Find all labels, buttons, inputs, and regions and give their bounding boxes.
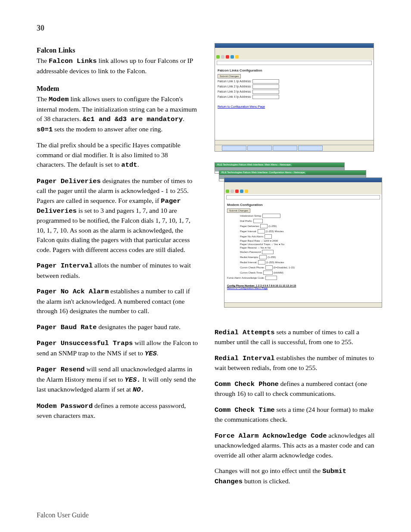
back-icon <box>216 55 220 59</box>
form-row: Pager Deliveries: (1-255) <box>240 224 379 228</box>
mono-text: atdt <box>121 161 137 169</box>
ip-field[interactable] <box>252 90 279 94</box>
submit-changes-button[interactable]: Submit Changes <box>227 208 250 213</box>
modem-p3: Pager Deliveries designates the number o… <box>37 176 198 255</box>
text-field[interactable] <box>253 219 263 223</box>
home-icon <box>235 55 239 59</box>
label: Comm Check Time: <box>240 271 263 274</box>
mono-text: Comm Check Phone <box>215 380 279 388</box>
ie-title-bar <box>224 178 382 182</box>
ie-toolbar <box>224 188 382 194</box>
monoi-text: YES <box>145 350 157 358</box>
home-icon <box>245 190 248 193</box>
text-field[interactable] <box>262 214 280 218</box>
return-link[interactable]: Return to Configuration Menu Page <box>227 287 379 289</box>
ip-field[interactable] <box>252 95 279 99</box>
stop-icon <box>226 55 229 59</box>
label: Pager No Ack Alarm: <box>240 235 264 238</box>
label: Modem Password: <box>240 251 262 253</box>
label: Redial Interval: <box>240 261 257 264</box>
label: Falcon Link 2 Ip Address: <box>218 85 252 88</box>
falcon-links-heading: Falcon Links <box>37 45 198 55</box>
text: button is clicked. <box>243 477 290 485</box>
text-field[interactable] <box>258 260 265 264</box>
text-field[interactable] <box>265 234 272 239</box>
page-content: Modem Configuration Submit Changes Initi… <box>224 200 382 292</box>
modem-p5: Pager No Ack Alarm establishes a number … <box>37 286 198 316</box>
text: . <box>157 349 159 357</box>
right-p3: Comm Check Phone defines a numbered cont… <box>215 379 376 399</box>
page-heading: Modem Configuration <box>227 203 379 207</box>
window-title: RLE Technologies Falcon Web Interface: M… <box>216 163 292 166</box>
label: Pager Baud Rate: <box>240 240 261 242</box>
form-row: Pager Unsuccessful Traps: ○ Yes ● No <box>240 243 379 246</box>
form-row: Pager Baud Rate: ○ 1200 ● 2400 <box>240 240 379 242</box>
modem-p7: Pager Unsuccessful Traps will allow the … <box>37 338 198 358</box>
screenshot-falcon-links: Falcon Links Configuration Submit Change… <box>215 43 374 152</box>
address-bar <box>217 61 372 65</box>
ip-field[interactable] <box>252 79 279 84</box>
text-field[interactable] <box>260 224 268 228</box>
mono-text: Falcon Links <box>49 57 97 65</box>
text-field[interactable] <box>263 271 273 275</box>
mono-text: &c1 and &d3 are mandatory <box>83 115 183 123</box>
ip-field[interactable] <box>252 84 279 89</box>
right-p1: Redial Attempts sets a number of times t… <box>215 327 376 347</box>
form-row: Redial Attempts: (1-255) <box>240 255 379 259</box>
mono-text: Pager Baud Rate <box>37 324 97 331</box>
ie-window-modem: Modem Configuration Submit Changes Initi… <box>224 177 382 308</box>
return-link[interactable]: Return to Configuration Menu Page <box>218 105 371 108</box>
back-icon <box>226 190 229 193</box>
status-bar <box>224 302 382 307</box>
task-item[interactable] <box>298 146 323 151</box>
text: The dial prefix should be a specific Hay… <box>37 141 181 168</box>
form-row: Pager Interval: (1-255) Minutes <box>240 229 379 233</box>
forward-icon <box>230 190 234 193</box>
page-content: Falcon Links Configuration Submit Change… <box>215 66 374 111</box>
mono-text: Pager No Ack Alarm <box>37 288 109 296</box>
mono-text: Redial Attempts <box>215 329 275 336</box>
text: Changes will not go into effect until th… <box>215 467 322 474</box>
monoi-text: NO. <box>133 386 145 394</box>
submit-changes-button[interactable]: Submit Changes <box>218 74 241 78</box>
task-item[interactable] <box>222 146 246 151</box>
text: The <box>37 57 49 64</box>
mono-text: Force Alarm Acknowledge Code <box>215 432 327 440</box>
label: Comm Check Phone: <box>240 266 265 269</box>
text: designates the pager baud rate. <box>97 323 181 330</box>
text-field[interactable] <box>258 229 265 233</box>
modem-p2: The dial prefix should be a specific Hay… <box>37 140 198 170</box>
stop-icon <box>235 190 239 193</box>
right-p4: Comm Check Time sets a time (24 hour for… <box>215 405 376 425</box>
mono-text: Comm Check Time <box>215 406 275 414</box>
taskbar <box>215 145 374 151</box>
task-item[interactable] <box>273 146 297 151</box>
footer: Falcon User Guide <box>37 511 89 519</box>
falcon-link-row: Falcon Link 3 Ip Address: <box>218 90 371 94</box>
monoi-text: YES. <box>125 376 140 384</box>
form-row: Pager No Ack Alarm: <box>240 234 379 239</box>
hint: (1-255) <box>268 256 276 258</box>
falcon-link-row: Falcon Link 1 Ip Address: <box>218 79 371 84</box>
text: . <box>137 161 139 168</box>
falcon-links-para: The Falcon Links link allows up to four … <box>37 56 198 76</box>
modem-p9: Modem Password defines a remote access p… <box>37 401 198 421</box>
page-number: 30 <box>37 24 44 33</box>
label: Initialization String: <box>240 215 262 217</box>
right-p2: Redial Interval establishes the number o… <box>215 353 376 373</box>
text-field[interactable] <box>262 250 274 254</box>
figures: Falcon Links Configuration Submit Change… <box>215 43 374 311</box>
label: Pager Deliveries: <box>240 225 260 227</box>
text-field[interactable] <box>259 255 267 259</box>
refresh-icon <box>240 190 243 193</box>
falcon-link-row: Falcon Link 2 Ip Address: <box>218 84 371 89</box>
text-field[interactable] <box>265 265 273 270</box>
form-row: Pager Resend: ○ Yes ● No <box>240 246 379 249</box>
modem-p4: Pager Interval allots the number of minu… <box>37 261 198 280</box>
right-p6: Changes will not go into effect until th… <box>215 466 376 486</box>
label: Dial Prefix: <box>240 220 252 222</box>
text-field[interactable] <box>265 276 277 280</box>
form-row: Comm Check Time: (HHMM) <box>240 271 379 275</box>
label: Falcon Link 1 Ip Address: <box>218 80 252 83</box>
task-item[interactable] <box>247 146 272 151</box>
